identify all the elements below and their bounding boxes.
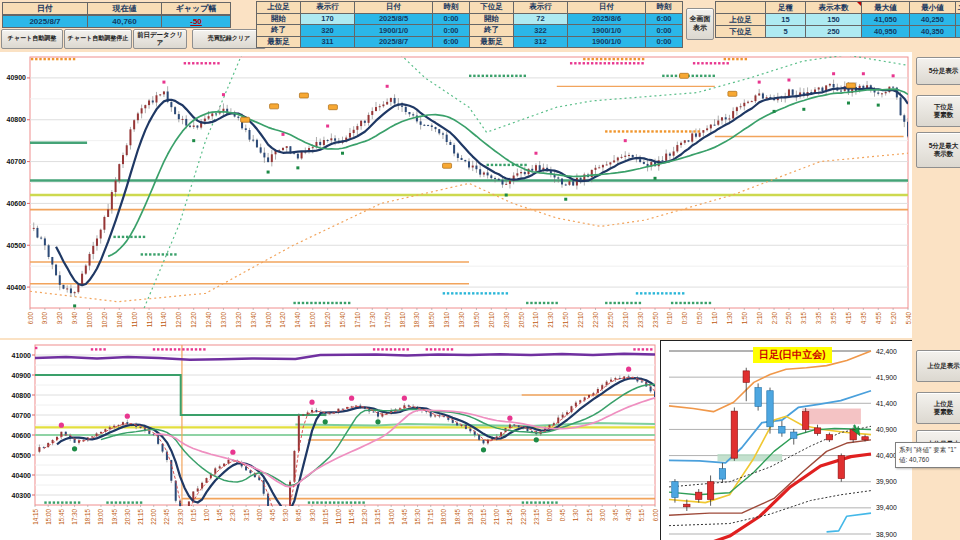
- prev-day-data-clear-button[interactable]: 前日データクリア: [133, 29, 187, 49]
- svg-text:19:45: 19:45: [111, 509, 118, 525]
- side-button-upper-display[interactable]: 上位足表示: [916, 350, 960, 382]
- x-axis-labels: 6:009:009:209:4010:0010:2010:4011:0011:2…: [27, 308, 912, 328]
- tooltip-series-line: 系列 "終値" 要素 "1": [899, 445, 960, 455]
- svg-text:15:45: 15:45: [58, 509, 65, 525]
- svg-text:10:40: 10:40: [116, 312, 123, 328]
- svg-text:40,900: 40,900: [876, 426, 897, 433]
- svg-text:40800: 40800: [12, 392, 32, 399]
- svg-text:14:15: 14:15: [32, 509, 39, 525]
- svg-text:40500: 40500: [12, 452, 32, 459]
- svg-text:5:40: 5:40: [905, 312, 912, 325]
- lower-timeframe-table: 下位足 表示行 日付 時刻 開始 72 2025/8/6 6:00 終了 322…: [470, 2, 683, 48]
- svg-text:23:10: 23:10: [622, 312, 629, 328]
- svg-text:17:15: 17:15: [427, 509, 434, 525]
- svg-text:18:10: 18:10: [399, 312, 406, 328]
- date-header: 日付: [2, 2, 88, 15]
- svg-text:2:50: 2:50: [785, 312, 792, 325]
- svg-text:5:30: 5:30: [282, 509, 289, 522]
- svg-text:9:20: 9:20: [56, 312, 63, 325]
- svg-text:4:45: 4:45: [269, 509, 276, 522]
- svg-text:40800: 40800: [7, 116, 27, 123]
- svg-text:38,900: 38,900: [876, 531, 897, 538]
- svg-text:6:00: 6:00: [27, 312, 34, 325]
- svg-text:12:40: 12:40: [205, 312, 212, 328]
- svg-text:3:15: 3:15: [243, 509, 250, 522]
- svg-text:18:30: 18:30: [413, 312, 420, 328]
- daily-chart: 42,40041,90041,40040,90040,40039,90039,4…: [661, 341, 913, 540]
- series-tooltip: 系列 "終値" 要素 "1" 値: 40,760: [895, 442, 960, 468]
- svg-text:15:40: 15:40: [339, 312, 346, 328]
- side-button-5min-display[interactable]: 5分足表示: [916, 57, 960, 85]
- svg-text:6:00: 6:00: [652, 509, 659, 522]
- svg-text:20:10: 20:10: [488, 312, 495, 328]
- svg-text:40700: 40700: [7, 158, 27, 165]
- daily-gridlines: 42,40041,90041,40040,90040,40039,90039,4…: [669, 348, 897, 538]
- svg-text:14:40: 14:40: [294, 312, 301, 328]
- side-button-upper-elements[interactable]: 上位足要素数: [916, 392, 960, 424]
- svg-text:13:20: 13:20: [235, 312, 242, 328]
- chart-auto-adjust-button[interactable]: チャート自動調整: [1, 29, 63, 49]
- svg-text:11:00: 11:00: [335, 509, 342, 525]
- svg-text:5:15: 5:15: [638, 509, 645, 522]
- tooltip-value-line: 値: 40,760: [899, 455, 960, 465]
- trade-record-clear-button[interactable]: 売買記録クリア: [192, 29, 266, 49]
- svg-text:15:20: 15:20: [324, 312, 331, 328]
- svg-text:22:30: 22:30: [520, 509, 527, 525]
- svg-text:40,400: 40,400: [876, 452, 897, 459]
- svg-text:21:10: 21:10: [532, 312, 539, 328]
- price-info-table: 日付 現在値 ギャップ幅 2025/8/7 40,760 -50: [3, 2, 231, 28]
- lower-15min-chart: 4030040400405004060040700408004090041000…: [0, 340, 660, 540]
- svg-text:19:10: 19:10: [443, 312, 450, 328]
- side-button-lower-elements[interactable]: 下位足要素数: [916, 95, 960, 127]
- svg-text:17:30: 17:30: [369, 312, 376, 328]
- svg-text:12:00: 12:00: [175, 312, 182, 328]
- svg-text:40300: 40300: [12, 492, 32, 499]
- svg-text:10:00: 10:00: [86, 312, 93, 328]
- svg-text:4:30: 4:30: [625, 509, 632, 522]
- date-value: 2025/8/7: [2, 15, 88, 28]
- svg-text:14:00: 14:00: [265, 312, 272, 328]
- svg-text:23:50: 23:50: [652, 312, 659, 328]
- svg-text:3:35: 3:35: [815, 312, 822, 325]
- svg-text:5:20: 5:20: [890, 312, 897, 325]
- svg-text:17:10: 17:10: [354, 312, 361, 328]
- svg-text:2:30: 2:30: [771, 312, 778, 325]
- side-button-5min-max[interactable]: 5分足最大表示数: [916, 132, 960, 168]
- svg-text:4:35: 4:35: [860, 312, 867, 325]
- svg-text:19:00: 19:00: [97, 509, 104, 525]
- svg-text:21:30: 21:30: [547, 312, 554, 328]
- daily-chart-title: 日足(日中立会): [753, 347, 832, 363]
- svg-text:3:55: 3:55: [830, 312, 837, 325]
- svg-text:40600: 40600: [12, 432, 32, 439]
- svg-text:21:15: 21:15: [137, 509, 144, 525]
- svg-text:4:00: 4:00: [256, 509, 263, 522]
- svg-text:19:30: 19:30: [458, 312, 465, 328]
- svg-text:9:30: 9:30: [309, 509, 316, 522]
- bar-spec-table: 足種 表示本数 最大値 最小値 ユ 上位足 15 150 41,050 40,2…: [716, 2, 960, 38]
- svg-text:8:45: 8:45: [295, 509, 302, 522]
- svg-text:15:00: 15:00: [45, 509, 52, 525]
- svg-text:21:45: 21:45: [506, 509, 513, 525]
- svg-text:40500: 40500: [7, 242, 27, 249]
- chart-auto-adjust-stop-button[interactable]: チャート自動調整停止: [64, 29, 132, 49]
- svg-text:19:30: 19:30: [467, 509, 474, 525]
- current-price-value: 40,760: [87, 15, 162, 28]
- svg-text:1:30: 1:30: [572, 509, 579, 522]
- svg-text:3:15: 3:15: [800, 312, 807, 325]
- svg-text:21:50: 21:50: [562, 312, 569, 328]
- svg-text:22:10: 22:10: [577, 312, 584, 328]
- fullscreen-button[interactable]: 全画面 表示: [686, 8, 714, 40]
- svg-text:10:20: 10:20: [101, 312, 108, 328]
- svg-text:42,400: 42,400: [876, 348, 897, 355]
- svg-text:11:40: 11:40: [160, 312, 167, 328]
- svg-text:13:00: 13:00: [220, 312, 227, 328]
- svg-text:1:10: 1:10: [711, 312, 718, 325]
- svg-text:11:45: 11:45: [348, 509, 355, 525]
- svg-text:17:50: 17:50: [384, 312, 391, 328]
- svg-text:40600: 40600: [7, 200, 27, 207]
- svg-text:40900: 40900: [12, 372, 32, 379]
- svg-text:40400: 40400: [7, 284, 27, 291]
- gap-value: -50: [161, 15, 231, 28]
- svg-text:11:00: 11:00: [131, 312, 138, 328]
- svg-text:2:15: 2:15: [586, 509, 593, 522]
